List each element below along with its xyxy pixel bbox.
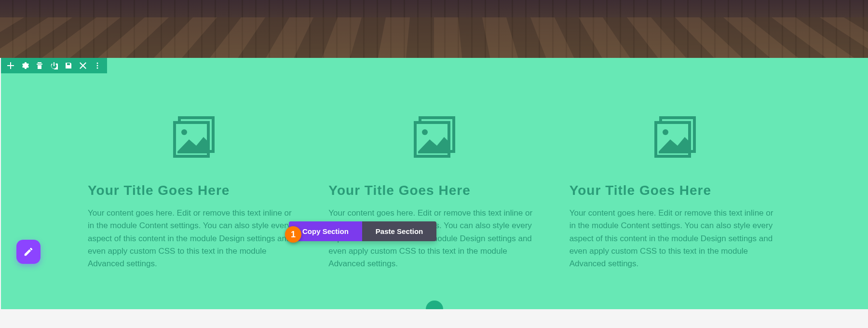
close-icon[interactable] xyxy=(79,62,87,69)
image-placeholder-icon xyxy=(170,113,218,161)
column-title: Your Title Goes Here xyxy=(570,183,711,198)
column-2: Your Title Goes Here Your content goes h… xyxy=(328,113,540,271)
column-body-text: Your content goes here. Edit or remove t… xyxy=(88,207,299,271)
duplicate-icon[interactable] xyxy=(36,62,43,69)
column-title: Your Title Goes Here xyxy=(328,183,470,198)
more-icon[interactable] xyxy=(94,62,101,69)
step-callout-badge: 1 xyxy=(285,226,301,243)
svg-point-0 xyxy=(97,63,98,64)
power-icon[interactable] xyxy=(50,62,58,69)
svg-point-1 xyxy=(97,65,98,67)
add-section-button[interactable] xyxy=(426,301,443,309)
edit-fab-button[interactable] xyxy=(16,240,41,264)
pencil-icon xyxy=(23,246,34,257)
hero-background-image xyxy=(0,0,868,58)
column-body-text: Your content goes here. Edit or remove t… xyxy=(570,207,781,271)
add-icon[interactable] xyxy=(7,62,14,69)
save-icon[interactable] xyxy=(65,62,72,69)
svg-point-2 xyxy=(97,68,98,69)
svg-point-8 xyxy=(422,129,428,135)
image-placeholder-icon xyxy=(410,113,459,161)
column-1: Your Title Goes Here Your content goes h… xyxy=(88,113,299,271)
svg-point-5 xyxy=(181,129,187,135)
section-context-menu: Copy Section Paste Section xyxy=(289,221,436,241)
section-toolbar xyxy=(1,58,107,73)
gear-icon[interactable] xyxy=(21,62,29,69)
image-placeholder-icon xyxy=(651,113,699,161)
column-3: Your Title Goes Here Your content goes h… xyxy=(570,113,781,271)
editable-section: Your Title Goes Here Your content goes h… xyxy=(1,58,868,309)
svg-point-11 xyxy=(663,129,668,135)
column-title: Your Title Goes Here xyxy=(88,183,230,198)
paste-section-button[interactable]: Paste Section xyxy=(362,221,436,241)
